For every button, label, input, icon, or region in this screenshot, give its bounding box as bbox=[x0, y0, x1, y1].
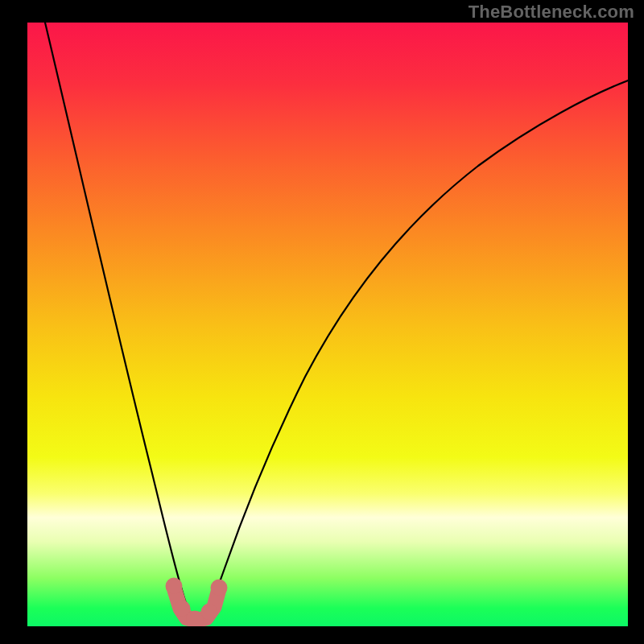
watermark-text: TheBottleneck.com bbox=[469, 2, 634, 23]
chart-frame: TheBottleneck.com bbox=[0, 0, 644, 644]
svg-point-3 bbox=[201, 604, 217, 620]
gradient-background bbox=[27, 23, 628, 626]
chart-svg bbox=[27, 23, 628, 626]
svg-point-4 bbox=[211, 580, 227, 596]
svg-point-0 bbox=[166, 578, 182, 594]
plot-area bbox=[27, 23, 628, 626]
